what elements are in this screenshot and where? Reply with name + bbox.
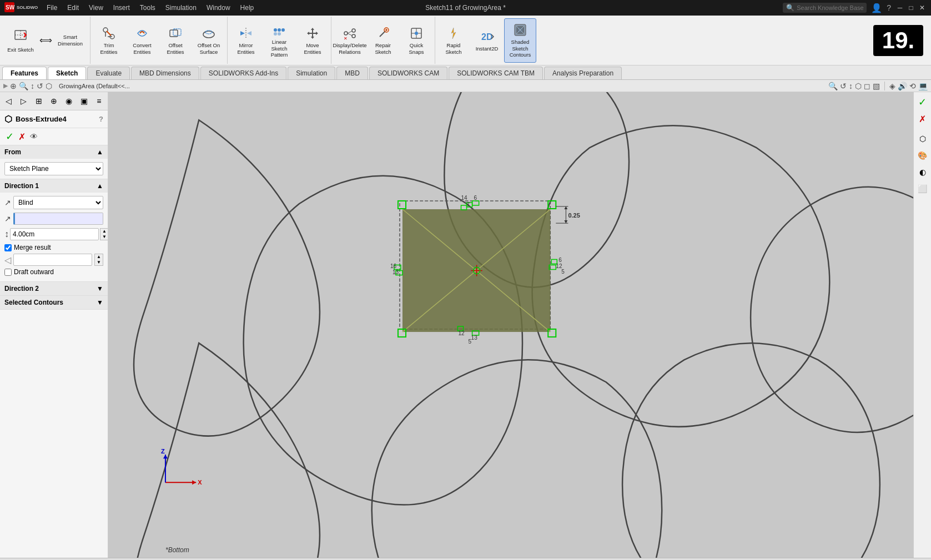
menu-window[interactable]: Window — [202, 3, 235, 13]
merge-result-checkbox[interactable] — [4, 244, 12, 251]
view-rotate-icon[interactable]: ↺ — [37, 82, 43, 90]
tab-mbd-dimensions[interactable]: MBD Dimensions — [131, 67, 199, 79]
move-entities-button[interactable]: Move Entities — [296, 18, 329, 63]
maximize-button[interactable]: □ — [907, 3, 915, 12]
view-select-icon[interactable]: ⊕ — [10, 82, 17, 90]
linear-sketch-pattern-button[interactable]: Linear Sketch Pattern — [263, 18, 295, 63]
menu-edit[interactable]: Edit — [63, 3, 83, 13]
canvas-toolbar-1[interactable]: 🔍 — [828, 82, 838, 90]
menu-help[interactable]: Help — [236, 3, 259, 13]
help-icon[interactable]: ? — [887, 3, 891, 12]
mirror-entities-button[interactable]: Mirror Entities — [230, 18, 262, 63]
minimize-button[interactable]: ─ — [895, 3, 904, 12]
accept-button[interactable]: ✓ — [915, 94, 930, 110]
tab-mbd[interactable]: MBD — [336, 67, 368, 79]
panel-property-button[interactable]: ⊕ — [47, 94, 61, 108]
panel-config-button[interactable]: ◉ — [62, 94, 76, 108]
menu-bar[interactable]: File Edit View Insert Tools Simulation W… — [42, 3, 258, 13]
depth-spin-up[interactable]: ▲ — [100, 229, 108, 234]
panel-back-button[interactable]: ◁ — [2, 94, 16, 108]
convert-entities-icon — [134, 26, 150, 42]
tab-solidworks-addins[interactable]: SOLIDWORKS Add-Ins — [200, 67, 286, 79]
merge-result-label: Merge result — [14, 244, 51, 251]
canvas-cancel-button[interactable]: ✗ — [915, 111, 930, 127]
feature-help-button[interactable]: ? — [99, 115, 103, 123]
search-icon: 🔍 — [786, 4, 794, 12]
appearance-button[interactable]: 🎨 — [915, 148, 930, 163]
offset-on-surface-button[interactable]: Offset On Surface — [193, 18, 225, 63]
quick-snaps-button[interactable]: Quick Snaps — [400, 18, 432, 63]
canvas-toolbar-9[interactable]: ⟲ — [909, 82, 916, 90]
knowledge-base-search[interactable] — [797, 4, 863, 11]
canvas-toolbar-2[interactable]: ↺ — [840, 82, 847, 90]
section-from-header[interactable]: From ▲ — [0, 145, 108, 159]
menu-file[interactable]: File — [42, 3, 62, 13]
view-pan-icon[interactable]: ↕ — [31, 82, 34, 90]
draft-angle-spin-up[interactable]: ▲ — [95, 254, 103, 260]
shaded-sketch-contours-button[interactable]: Shaded Sketch Contours — [504, 18, 536, 63]
panel-forward-button[interactable]: ▷ — [17, 94, 31, 108]
menu-simulation[interactable]: Simulation — [161, 3, 201, 13]
scene-button[interactable]: ◐ — [915, 164, 930, 180]
panel-display-manager-button[interactable]: ▣ — [77, 94, 91, 108]
repair-sketch-icon — [375, 26, 391, 42]
panel-more-button[interactable]: ≡ — [92, 94, 106, 108]
preview-button[interactable]: 👁 — [30, 132, 38, 141]
rapid-sketch-button[interactable]: Rapid Sketch — [437, 18, 470, 63]
mirror-entities-label: Mirror Entities — [232, 42, 260, 55]
draft-icon: ◁ — [4, 255, 11, 265]
section-direction2-header[interactable]: Direction 2 ▼ — [0, 282, 108, 295]
smart-dimension-button[interactable]: ⟺ Smart Dimension — [38, 31, 88, 51]
svg-text:14: 14 — [461, 195, 467, 201]
section-direction2-collapse-icon: ▼ — [97, 285, 103, 292]
canvas-toolbar-7[interactable]: ◈ — [889, 82, 895, 90]
canvas-toolbar-3[interactable]: ↕ — [849, 82, 853, 90]
section-selected-contours-header[interactable]: Selected Contours ▼ — [0, 296, 108, 309]
section-direction1-header[interactable]: Direction 1 ▲ — [0, 179, 108, 193]
offset-entities-button[interactable]: Offset Entities — [159, 18, 192, 63]
depth-value-input[interactable] — [10, 228, 99, 240]
merge-result-row: Merge result — [4, 244, 103, 251]
canvas-toolbar-6[interactable]: ▧ — [873, 82, 880, 90]
menu-view[interactable]: View — [84, 3, 108, 13]
tab-simulation[interactable]: Simulation — [288, 67, 335, 79]
view-orient-icon[interactable]: ⬡ — [46, 82, 52, 90]
tab-features[interactable]: Features — [2, 67, 47, 79]
draft-angle-spinner[interactable]: ▲ ▼ — [94, 254, 103, 266]
exit-sketch-button[interactable]: Exit Sketch — [4, 18, 37, 63]
close-button[interactable]: ✕ — [918, 3, 927, 12]
draft-angle-input[interactable] — [13, 254, 92, 266]
canvas-area[interactable]: 6 14 7 16 13 13 12 5 12 6 5 0.25 X — [108, 92, 931, 558]
realview-button[interactable]: ⬜ — [915, 181, 930, 196]
view-orient-button[interactable]: ⬡ — [915, 131, 930, 147]
depth-spinner[interactable]: ▲ ▼ — [100, 228, 108, 240]
tab-evaluate[interactable]: Evaluate — [87, 67, 130, 79]
tab-sketch[interactable]: Sketch — [48, 67, 86, 79]
canvas-toolbar-10[interactable]: 💻 — [918, 82, 928, 90]
tab-solidworks-cam-tbm[interactable]: SOLIDWORKS CAM TBM — [449, 67, 543, 79]
canvas-toolbar-5[interactable]: ◻ — [864, 82, 870, 90]
menu-insert[interactable]: Insert — [109, 3, 134, 13]
canvas-toolbar-4[interactable]: ⬡ — [855, 82, 862, 90]
tab-solidworks-cam[interactable]: SOLIDWORKS CAM — [369, 67, 447, 79]
window-controls[interactable]: ─ □ ✕ — [895, 3, 927, 12]
display-delete-relations-button[interactable]: ✕ Display/Delete Relations — [334, 18, 366, 63]
trim-entities-button[interactable]: Trim Entities — [93, 18, 125, 63]
tab-analysis-preparation[interactable]: Analysis Preparation — [544, 67, 622, 79]
canvas-toolbar-8[interactable]: 🔊 — [898, 82, 907, 90]
view-zoom-icon[interactable]: 🔍 — [19, 82, 28, 90]
repair-sketch-button[interactable]: Repair Sketch — [367, 18, 399, 63]
depth-spin-down[interactable]: ▼ — [100, 234, 108, 240]
toolbar-group-display: ✕ Display/Delete Relations Repair Sketch — [331, 17, 435, 64]
convert-entities-button[interactable]: Convert Entities — [126, 18, 158, 63]
svg-text:16: 16 — [390, 263, 397, 269]
menu-tools[interactable]: Tools — [135, 3, 160, 13]
direction1-type-select[interactable]: Blind Through All Up To Next Up To Verte… — [13, 196, 103, 209]
cancel-button[interactable]: ✗ — [18, 132, 26, 142]
ok-button[interactable]: ✓ — [6, 130, 14, 143]
from-select[interactable]: Sketch Plane Surface/Face/Plane Vertex O… — [4, 162, 103, 175]
draft-angle-spin-down[interactable]: ▼ — [95, 260, 103, 265]
panel-feature-tree-button[interactable]: ⊞ — [32, 94, 46, 108]
instant2d-button[interactable]: 2D Instant2D — [471, 18, 503, 63]
draft-outward-checkbox[interactable] — [4, 269, 12, 276]
